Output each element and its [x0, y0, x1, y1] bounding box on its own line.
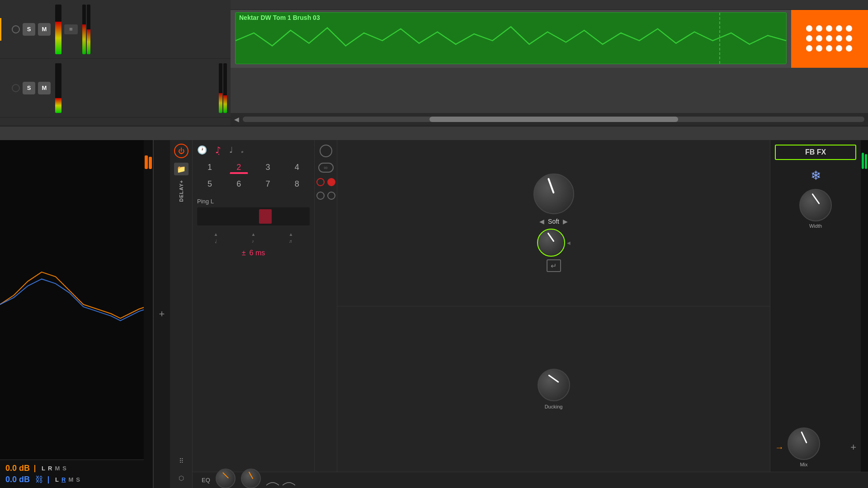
plugin-main: 🕐 ♪̣ ♩ 𝅗 1 2 3 4 5 6 7: [193, 140, 868, 488]
level-meter-1c: [87, 5, 90, 54]
scrollbar-container: ◀: [231, 113, 868, 126]
plugin-key-button[interactable]: ⬡: [174, 472, 189, 484]
ch1-l: L: [42, 465, 45, 472]
soft-sub-section: ◀: [537, 229, 571, 257]
pair-btn-1[interactable]: [316, 192, 325, 200]
scrollbar-track[interactable]: [243, 117, 864, 122]
solo-btn-1[interactable]: S: [23, 23, 35, 36]
rec-btn-2[interactable]: [327, 178, 335, 186]
ch1-m-btn[interactable]: M: [55, 465, 60, 472]
note-quarter-icon[interactable]: ♩: [229, 145, 233, 155]
power-icon: ⏻: [178, 147, 184, 155]
num-btn-1[interactable]: 1: [197, 161, 222, 174]
solo-btn-2[interactable]: S: [23, 82, 35, 94]
audio-clip-1[interactable]: Nektar DW Tom 1 Brush 03: [235, 12, 787, 64]
logo-dot: [826, 35, 832, 42]
ms-value: 6 ms: [250, 249, 265, 257]
track-row-1: S M ≡: [0, 0, 231, 59]
scroll-left-arrow[interactable]: ◀: [234, 116, 239, 123]
duck-arrow-icon: →: [775, 442, 784, 453]
small-note-3: ♬: [289, 239, 292, 244]
analyzer-side-meters: [144, 140, 153, 488]
plugin-label: DELAY+: [179, 180, 184, 202]
width-knob-container: Width: [799, 189, 832, 229]
side-meter-left: [145, 142, 148, 169]
soft-knob[interactable]: [533, 174, 574, 214]
side-meter-right-fill: [149, 157, 152, 169]
mode-pair-btns: [316, 192, 335, 200]
ducking-knob[interactable]: [538, 369, 570, 401]
arrow-up-3: ▲: [289, 232, 293, 237]
ch2-r[interactable]: R: [61, 476, 66, 483]
link-icon[interactable]: ⛓: [35, 475, 43, 484]
clock-icon[interactable]: 🕐: [197, 145, 207, 155]
ch1-r: R: [48, 465, 52, 472]
marker-arrows: ▲ ▲ ▲: [197, 232, 310, 237]
fbfx-bottom: → Mix +: [775, 427, 856, 467]
num-btn-8[interactable]: 8: [284, 178, 310, 191]
track-row-2: S M: [0, 59, 231, 117]
freeze-icon: ❄: [811, 168, 821, 183]
mute-btn-1[interactable]: M: [38, 23, 51, 36]
side-meter-right: [149, 142, 152, 169]
arrow-up-1: ▲: [214, 232, 218, 237]
num-btn-3[interactable]: 3: [255, 161, 281, 174]
folder-icon: 📁: [177, 165, 186, 174]
logo-dot: [836, 35, 842, 42]
pair-btn-2[interactable]: [327, 192, 335, 200]
fbfx-add-button[interactable]: +: [850, 441, 856, 453]
track-active-2[interactable]: [12, 84, 20, 92]
ch2-s-btn[interactable]: S: [76, 476, 80, 483]
add-plugin-button[interactable]: +: [155, 307, 169, 321]
plugin-power-button[interactable]: ⏻: [174, 144, 189, 158]
soft-prev-arrow[interactable]: ◀: [539, 218, 544, 225]
track-active-1[interactable]: [12, 25, 20, 33]
plugin-more-button[interactable]: ⠿: [174, 455, 189, 467]
mode-circle-btn[interactable]: [320, 145, 332, 157]
logo-dot: [806, 35, 812, 42]
analyzer-panel: 0.0 dB L R M S 0.0 dB ⛓ L R M S: [0, 140, 154, 488]
plugin-folder-button[interactable]: 📁: [174, 163, 189, 175]
eq-tab-area: EQ: [202, 472, 295, 488]
width-knob[interactable]: [799, 189, 832, 221]
soft-next-arrow[interactable]: ▶: [563, 218, 568, 225]
eq-curve-1: [266, 479, 279, 486]
eq-curve-2: [283, 479, 295, 486]
freeze-button[interactable]: ❄: [806, 165, 826, 185]
retrigger-button[interactable]: ↵: [547, 259, 561, 272]
soft-nav: ◀ Soft ▶: [539, 218, 568, 225]
mode-record-btns: [316, 178, 335, 186]
ch1-s-btn[interactable]: S: [62, 465, 66, 472]
ducking-section: Ducking: [337, 306, 770, 472]
add-plugin-area: +: [154, 140, 170, 488]
eq-knob-1[interactable]: [216, 469, 236, 488]
logo-dot: [816, 45, 822, 52]
num-btn-5[interactable]: 5: [197, 178, 222, 191]
logo-dot: [826, 25, 832, 32]
num-btn-6[interactable]: 6: [226, 178, 251, 191]
rec-btn-1[interactable]: [316, 178, 325, 186]
link-symbol: ∞: [324, 164, 328, 171]
delay-panel: 🕐 ♪̣ ♩ 𝅗 1 2 3 4 5 6 7: [193, 140, 868, 472]
timeline-area: Nektar DW Tom 1 Brush 03: [231, 0, 868, 126]
mix-knob[interactable]: [788, 427, 820, 460]
sub-knob[interactable]: [537, 229, 565, 257]
note-dotted-icon[interactable]: ♪̣: [215, 145, 221, 155]
num-btn-7[interactable]: 7: [255, 178, 281, 191]
ch2-m-btn[interactable]: M: [68, 476, 73, 483]
timing-section: 🕐 ♪̣ ♩ 𝅗 1 2 3 4 5 6 7: [193, 140, 315, 472]
mix-knob-container: Mix: [788, 427, 820, 467]
level-meter-2b: [219, 63, 222, 113]
analyzer-bottom: 0.0 dB L R M S 0.0 dB ⛓ L R M S: [0, 460, 153, 488]
daw-area: S M ≡ S M: [0, 0, 868, 127]
position-bar[interactable]: [197, 207, 310, 225]
eq-knob-2[interactable]: [241, 469, 261, 488]
soft-section: ◀ Soft ▶ ◀ ↵: [337, 140, 770, 306]
mode-link-btn[interactable]: ∞: [318, 163, 334, 173]
num-btn-4[interactable]: 4: [284, 161, 310, 174]
num-btn-2[interactable]: 2: [226, 161, 251, 174]
track-menu-1[interactable]: ≡: [64, 24, 78, 34]
mute-btn-2[interactable]: M: [38, 82, 51, 94]
level-meter-2c: [223, 63, 227, 113]
fbfx-header: FB FX: [775, 145, 856, 160]
